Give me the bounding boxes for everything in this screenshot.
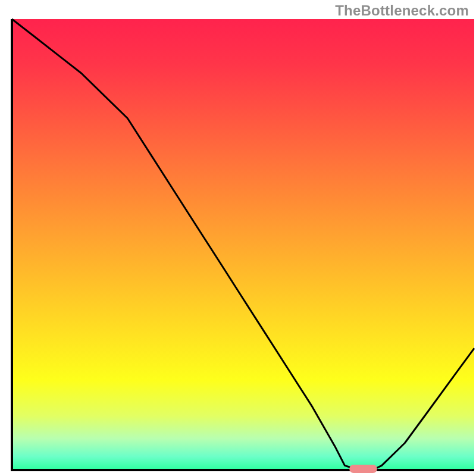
- chart-svg: [0, 0, 476, 476]
- chart-canvas: TheBottleneck.com: [0, 0, 476, 476]
- watermark-text: TheBottleneck.com: [335, 2, 469, 19]
- optimal-range-marker: [349, 465, 377, 473]
- chart-background-gradient: [12, 19, 474, 470]
